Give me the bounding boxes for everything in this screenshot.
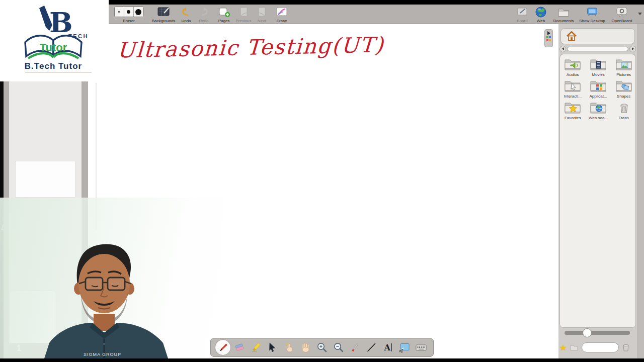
- home-icon[interactable]: [565, 30, 578, 43]
- delete-trash-icon[interactable]: [622, 343, 630, 352]
- zoom-in-tool[interactable]: [314, 340, 330, 355]
- redo-button[interactable]: Redo: [196, 6, 212, 23]
- redo-label: Redo: [199, 19, 208, 23]
- audios-label: Audios: [567, 72, 579, 77]
- library-collapse-tab[interactable]: [544, 29, 553, 47]
- desktop-icon: [586, 6, 599, 18]
- next-page-icon: [256, 6, 268, 18]
- logo-tutor: Tutor: [40, 41, 67, 54]
- scroll-track[interactable]: [567, 47, 628, 51]
- eraser-large-button[interactable]: [134, 7, 143, 17]
- library-scrollbar: [559, 45, 636, 52]
- library-item-interactivities[interactable]: Interacti...: [560, 79, 586, 99]
- pictures-label: Pictures: [616, 72, 631, 77]
- new-page-icon: [218, 6, 230, 18]
- show-desktop-button[interactable]: Show Desktop: [578, 6, 607, 23]
- web-mode-button[interactable]: Web: [532, 6, 549, 23]
- board-mode-button[interactable]: Board: [513, 6, 531, 23]
- next-page-button[interactable]: Next: [254, 6, 270, 23]
- openboard-menu-button[interactable]: OpenBoard: [608, 6, 636, 23]
- library-item-favorites[interactable]: Favorites: [560, 101, 586, 120]
- logo-caption: B.Tech Tutor: [25, 61, 82, 71]
- interact-tool[interactable]: [281, 340, 296, 355]
- scroll-right-button[interactable]: [629, 46, 636, 52]
- presenter-webcam: SIGMA GROUP: [39, 243, 176, 358]
- backgrounds-button[interactable]: Backgrounds: [151, 6, 176, 23]
- left-arrow-icon: [562, 47, 564, 50]
- favorite-toggle-icon[interactable]: ★: [559, 343, 567, 352]
- library-breadcrumb-bar: [560, 28, 635, 44]
- next-label: Next: [258, 19, 266, 23]
- board-label: Board: [517, 19, 527, 23]
- library-item-shapes[interactable]: Shapes: [611, 79, 636, 99]
- capture-tool[interactable]: [397, 340, 412, 355]
- library-search-input[interactable]: [582, 342, 619, 352]
- library-item-trash[interactable]: Trash: [611, 101, 636, 120]
- laser-pointer-tool[interactable]: [348, 340, 363, 355]
- pages-button[interactable]: Pages: [215, 6, 233, 23]
- movies-label: Movies: [592, 72, 604, 77]
- library-item-applications[interactable]: Applicat...: [586, 79, 611, 99]
- pen-tool[interactable]: [215, 340, 230, 355]
- eraser-medium-button[interactable]: [124, 7, 134, 17]
- previous-page-button[interactable]: Previous: [234, 6, 253, 23]
- documents-folder-icon: [557, 6, 570, 18]
- applications-label: Applicat...: [589, 94, 607, 99]
- open-hand-icon: [299, 341, 311, 353]
- undo-icon: [180, 6, 192, 18]
- favorites-label: Favorites: [565, 116, 581, 120]
- page-thumbnail[interactable]: [15, 161, 75, 198]
- library-item-web-search[interactable]: Web sea...: [586, 101, 611, 120]
- shapes-folder-icon: [615, 79, 633, 94]
- pictures-folder-icon: [615, 57, 633, 72]
- board-icon: [516, 6, 528, 18]
- virtual-keyboard-tool[interactable]: [414, 340, 429, 355]
- library-item-pictures[interactable]: Pictures: [611, 57, 636, 77]
- web-globe-icon: [535, 6, 547, 18]
- backgrounds-icon: [157, 6, 170, 18]
- erase-button[interactable]: Erase: [272, 6, 292, 23]
- library-mini-icon: [546, 36, 551, 41]
- web-label: Web: [537, 19, 545, 23]
- selector-tool[interactable]: [265, 340, 280, 355]
- documents-mode-button[interactable]: Documents: [550, 6, 577, 23]
- shapes-label: Shapes: [617, 94, 630, 99]
- highlighter-tool[interactable]: [249, 340, 264, 355]
- pages-label: Pages: [218, 19, 230, 23]
- highlighter-icon: [250, 341, 262, 353]
- trash-label: Trash: [619, 116, 629, 120]
- new-folder-icon[interactable]: [570, 343, 579, 352]
- slider-knob[interactable]: [583, 328, 592, 337]
- eraser-size-group: Eraser: [113, 6, 145, 23]
- library-grid: Audios Movies Pictu: [560, 57, 636, 120]
- text-tool[interactable]: A: [380, 340, 395, 355]
- library-item-audios[interactable]: Audios: [560, 57, 586, 77]
- applications-folder-icon: [589, 79, 607, 94]
- zoom-out-tool[interactable]: [331, 340, 346, 355]
- capture-icon: [398, 341, 411, 353]
- handwritten-title: Ultrasonic Testing(UT): [117, 33, 379, 63]
- library-panel-resize-edge[interactable]: [637, 24, 644, 358]
- scroll-left-button[interactable]: [559, 46, 566, 52]
- eraser-small-button[interactable]: [115, 7, 124, 17]
- hand-tool[interactable]: [298, 340, 313, 355]
- library-item-movies[interactable]: Movies: [586, 57, 611, 77]
- keyboard-icon: [415, 341, 428, 353]
- bottom-black-bar: [0, 358, 644, 362]
- undo-button[interactable]: Undo: [178, 6, 194, 23]
- text-tool-icon: A: [384, 343, 392, 352]
- pen-icon: [217, 341, 229, 353]
- openboard-caret-icon[interactable]: [638, 13, 642, 15]
- movies-folder-icon: [589, 57, 607, 72]
- eraser-tool[interactable]: [232, 340, 247, 355]
- small-dot-icon: [118, 11, 120, 13]
- line-tool[interactable]: [364, 340, 379, 355]
- arrow-cursor-icon: [266, 341, 278, 353]
- eraser-label: Eraser: [123, 19, 135, 23]
- zoom-in-icon: [316, 341, 328, 353]
- slider-track[interactable]: [565, 331, 630, 335]
- backgrounds-label: Backgrounds: [152, 19, 176, 23]
- logo-area: B TECH Tutor B.Tech Tutor: [0, 0, 109, 81]
- erase-label: Erase: [277, 19, 287, 23]
- interactivities-folder-icon: [564, 79, 582, 94]
